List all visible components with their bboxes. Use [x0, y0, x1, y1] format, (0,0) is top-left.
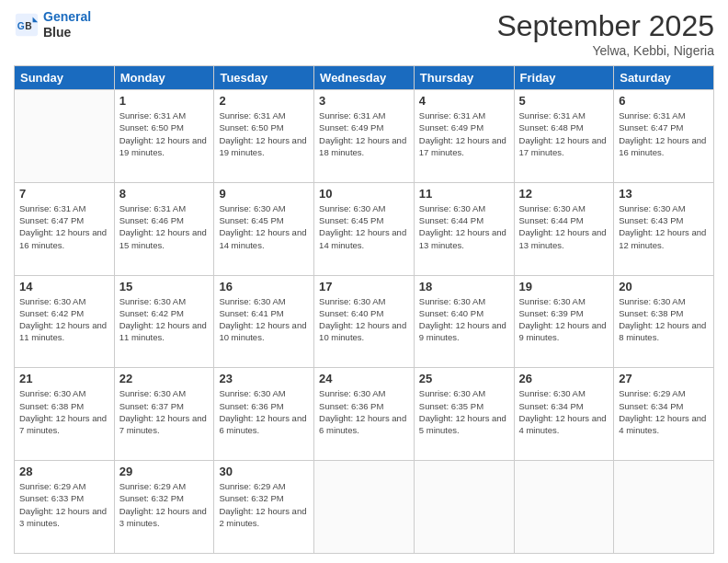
day-info: Sunrise: 6:30 AMSunset: 6:36 PMDaylight:…	[219, 387, 309, 436]
table-row: 2Sunrise: 6:31 AMSunset: 6:50 PMDaylight…	[214, 90, 314, 183]
day-number: 22	[119, 372, 210, 385]
table-row: 9Sunrise: 6:30 AMSunset: 6:45 PMDaylight…	[214, 182, 314, 275]
day-info: Sunrise: 6:30 AMSunset: 6:44 PMDaylight:…	[419, 202, 509, 251]
table-row: 6Sunrise: 6:31 AMSunset: 6:47 PMDaylight…	[614, 90, 714, 183]
header: G B General Blue September 2025 Yelwa, K…	[14, 9, 714, 58]
table-row: 30Sunrise: 6:29 AMSunset: 6:32 PMDayligh…	[214, 461, 314, 554]
table-row: 21Sunrise: 6:30 AMSunset: 6:38 PMDayligh…	[15, 368, 115, 461]
day-info: Sunrise: 6:30 AMSunset: 6:39 PMDaylight:…	[519, 295, 609, 344]
table-row: 13Sunrise: 6:30 AMSunset: 6:43 PMDayligh…	[614, 182, 714, 275]
day-info: Sunrise: 6:29 AMSunset: 6:32 PMDaylight:…	[219, 480, 309, 529]
day-number: 21	[19, 372, 109, 385]
table-row: 1Sunrise: 6:31 AMSunset: 6:50 PMDaylight…	[114, 90, 214, 183]
calendar-table: Sunday Monday Tuesday Wednesday Thursday…	[14, 65, 714, 554]
table-row	[314, 461, 415, 554]
day-number: 19	[519, 280, 609, 293]
table-row: 3Sunrise: 6:31 AMSunset: 6:49 PMDaylight…	[314, 90, 415, 183]
table-row: 28Sunrise: 6:29 AMSunset: 6:33 PMDayligh…	[15, 461, 115, 554]
col-sunday: Sunday	[15, 66, 115, 90]
day-info: Sunrise: 6:30 AMSunset: 6:34 PMDaylight:…	[519, 387, 609, 436]
col-tuesday: Tuesday	[214, 66, 314, 90]
col-monday: Monday	[114, 66, 214, 90]
day-info: Sunrise: 6:31 AMSunset: 6:50 PMDaylight:…	[219, 109, 309, 158]
table-row: 24Sunrise: 6:30 AMSunset: 6:36 PMDayligh…	[314, 368, 415, 461]
calendar-week-row: 21Sunrise: 6:30 AMSunset: 6:38 PMDayligh…	[15, 368, 714, 461]
table-row: 27Sunrise: 6:29 AMSunset: 6:34 PMDayligh…	[614, 368, 714, 461]
col-thursday: Thursday	[414, 66, 514, 90]
table-row: 23Sunrise: 6:30 AMSunset: 6:36 PMDayligh…	[214, 368, 314, 461]
day-number: 23	[219, 372, 309, 385]
table-row	[614, 461, 714, 554]
day-number: 8	[119, 187, 210, 201]
table-row: 4Sunrise: 6:31 AMSunset: 6:49 PMDaylight…	[414, 90, 514, 183]
day-info: Sunrise: 6:29 AMSunset: 6:34 PMDaylight:…	[619, 387, 709, 436]
day-info: Sunrise: 6:31 AMSunset: 6:46 PMDaylight:…	[119, 202, 210, 251]
day-info: Sunrise: 6:30 AMSunset: 6:35 PMDaylight:…	[419, 387, 509, 436]
day-number: 18	[419, 280, 509, 293]
day-info: Sunrise: 6:31 AMSunset: 6:49 PMDaylight:…	[319, 109, 409, 158]
day-number: 27	[619, 372, 709, 385]
day-info: Sunrise: 6:30 AMSunset: 6:43 PMDaylight:…	[619, 202, 709, 251]
day-number: 13	[619, 187, 709, 201]
day-number: 4	[419, 94, 509, 108]
day-number: 29	[119, 465, 210, 478]
logo-text: General Blue	[43, 9, 91, 40]
day-number: 16	[219, 280, 309, 293]
calendar-week-row: 28Sunrise: 6:29 AMSunset: 6:33 PMDayligh…	[15, 461, 714, 554]
day-number: 20	[619, 280, 709, 293]
table-row: 5Sunrise: 6:31 AMSunset: 6:48 PMDaylight…	[514, 90, 614, 183]
svg-text:B: B	[25, 20, 31, 30]
table-row: 19Sunrise: 6:30 AMSunset: 6:39 PMDayligh…	[514, 275, 614, 368]
day-number: 5	[519, 94, 609, 108]
col-wednesday: Wednesday	[314, 66, 415, 90]
day-number: 25	[419, 372, 509, 385]
day-number: 2	[219, 94, 309, 108]
day-info: Sunrise: 6:30 AMSunset: 6:44 PMDaylight:…	[519, 202, 609, 251]
table-row	[15, 90, 115, 183]
table-row: 29Sunrise: 6:29 AMSunset: 6:32 PMDayligh…	[114, 461, 214, 554]
table-row: 8Sunrise: 6:31 AMSunset: 6:46 PMDaylight…	[114, 182, 214, 275]
day-number: 28	[19, 465, 109, 478]
calendar-week-row: 7Sunrise: 6:31 AMSunset: 6:47 PMDaylight…	[15, 182, 714, 275]
calendar-week-row: 14Sunrise: 6:30 AMSunset: 6:42 PMDayligh…	[15, 275, 714, 368]
day-info: Sunrise: 6:30 AMSunset: 6:37 PMDaylight:…	[119, 387, 210, 436]
day-number: 14	[19, 280, 109, 293]
table-row: 25Sunrise: 6:30 AMSunset: 6:35 PMDayligh…	[414, 368, 514, 461]
svg-text:G: G	[17, 20, 25, 30]
day-number: 11	[419, 187, 509, 201]
col-saturday: Saturday	[614, 66, 714, 90]
day-info: Sunrise: 6:30 AMSunset: 6:36 PMDaylight:…	[319, 387, 409, 436]
calendar-week-row: 1Sunrise: 6:31 AMSunset: 6:50 PMDaylight…	[15, 90, 714, 183]
day-number: 26	[519, 372, 609, 385]
day-info: Sunrise: 6:29 AMSunset: 6:32 PMDaylight:…	[119, 480, 210, 529]
logo-icon: G B	[14, 12, 40, 38]
day-info: Sunrise: 6:30 AMSunset: 6:38 PMDaylight:…	[619, 295, 709, 344]
day-number: 3	[319, 94, 409, 108]
table-row: 26Sunrise: 6:30 AMSunset: 6:34 PMDayligh…	[514, 368, 614, 461]
day-number: 17	[319, 280, 409, 293]
day-info: Sunrise: 6:31 AMSunset: 6:50 PMDaylight:…	[119, 109, 210, 158]
day-number: 9	[219, 187, 309, 201]
title-block: September 2025 Yelwa, Kebbi, Nigeria	[496, 9, 714, 58]
day-info: Sunrise: 6:30 AMSunset: 6:45 PMDaylight:…	[219, 202, 309, 251]
day-info: Sunrise: 6:30 AMSunset: 6:45 PMDaylight:…	[319, 202, 409, 251]
day-info: Sunrise: 6:30 AMSunset: 6:41 PMDaylight:…	[219, 295, 309, 344]
day-number: 24	[319, 372, 409, 385]
table-row: 12Sunrise: 6:30 AMSunset: 6:44 PMDayligh…	[514, 182, 614, 275]
day-info: Sunrise: 6:30 AMSunset: 6:38 PMDaylight:…	[19, 387, 109, 436]
day-number: 12	[519, 187, 609, 201]
day-info: Sunrise: 6:30 AMSunset: 6:40 PMDaylight:…	[319, 295, 409, 344]
table-row: 15Sunrise: 6:30 AMSunset: 6:42 PMDayligh…	[114, 275, 214, 368]
day-info: Sunrise: 6:29 AMSunset: 6:33 PMDaylight:…	[19, 480, 109, 529]
table-row: 20Sunrise: 6:30 AMSunset: 6:38 PMDayligh…	[614, 275, 714, 368]
day-info: Sunrise: 6:31 AMSunset: 6:48 PMDaylight:…	[519, 109, 609, 158]
table-row: 18Sunrise: 6:30 AMSunset: 6:40 PMDayligh…	[414, 275, 514, 368]
table-row: 14Sunrise: 6:30 AMSunset: 6:42 PMDayligh…	[15, 275, 115, 368]
page: G B General Blue September 2025 Yelwa, K…	[0, 0, 728, 563]
table-row: 22Sunrise: 6:30 AMSunset: 6:37 PMDayligh…	[114, 368, 214, 461]
day-info: Sunrise: 6:30 AMSunset: 6:40 PMDaylight:…	[419, 295, 509, 344]
table-row: 16Sunrise: 6:30 AMSunset: 6:41 PMDayligh…	[214, 275, 314, 368]
table-row	[514, 461, 614, 554]
table-row: 7Sunrise: 6:31 AMSunset: 6:47 PMDaylight…	[15, 182, 115, 275]
location: Yelwa, Kebbi, Nigeria	[496, 43, 714, 58]
